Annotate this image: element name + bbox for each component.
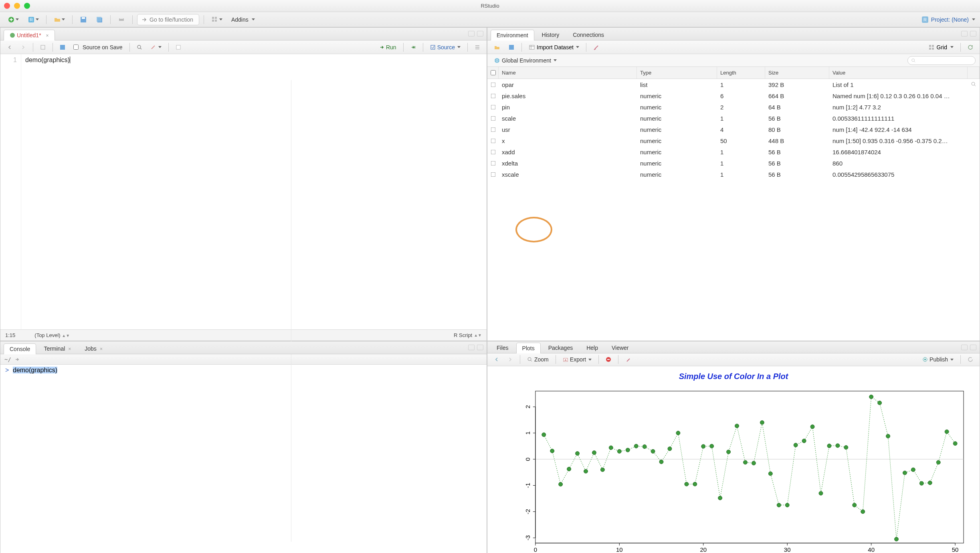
env-row-xadd[interactable]: xaddnumeric156 B16.668401874024 <box>487 146 980 157</box>
br-tab-help[interactable]: Help <box>580 342 604 353</box>
forward-button[interactable] <box>18 42 28 52</box>
inspect-icon[interactable] <box>971 81 976 87</box>
env-scope-selector[interactable]: Global Environment <box>491 55 559 66</box>
minimize-window[interactable] <box>14 3 20 9</box>
file-type-selector[interactable]: R Script <box>454 332 472 338</box>
row-checkbox[interactable] <box>491 172 495 177</box>
col-name[interactable]: Name <box>499 67 637 79</box>
env-row-xscale[interactable]: xscalenumeric156 B0.00554295865633075 <box>487 169 980 180</box>
re-run-button[interactable] <box>408 42 418 52</box>
show-in-new-window-button[interactable] <box>38 42 48 52</box>
import-dataset-button[interactable]: Import Dataset <box>526 42 582 52</box>
grid-toggle-button[interactable] <box>208 14 225 25</box>
maximize-pane-button[interactable] <box>477 345 483 350</box>
console-tab-console[interactable]: Console <box>4 343 36 354</box>
row-checkbox[interactable] <box>491 93 495 98</box>
maximize-pane-button[interactable] <box>477 31 483 36</box>
plots-next-button[interactable] <box>505 354 515 365</box>
find-button[interactable] <box>134 42 145 52</box>
addins-menu[interactable]: Addins <box>228 14 258 25</box>
go-to-file-function[interactable]: Go to file/function <box>137 14 199 25</box>
compile-notebook-button[interactable] <box>173 42 184 52</box>
console-body[interactable]: > demo(graphics) <box>0 365 487 553</box>
maximize-pane-button[interactable] <box>970 345 976 350</box>
env-row-pie.sales[interactable]: pie.salesnumeric6664 BNamed num [1:6] 0.… <box>487 90 980 101</box>
br-tab-packages[interactable]: Packages <box>542 342 579 353</box>
env-row-opar[interactable]: oparlist1392 BList of 1 <box>487 79 980 90</box>
source-editor[interactable]: 1 demo(graphics) <box>0 54 487 329</box>
env-row-x[interactable]: xnumeric50448 Bnum [1:50] 0.935 0.316 -0… <box>487 135 980 146</box>
br-tab-plots[interactable]: Plots <box>516 343 541 353</box>
env-row-xdelta[interactable]: xdeltanumeric156 B860 <box>487 157 980 169</box>
svg-point-112 <box>945 430 949 434</box>
env-tab-environment[interactable]: Environment <box>491 30 534 40</box>
env-view-mode[interactable]: Grid <box>926 42 956 52</box>
row-checkbox[interactable] <box>491 82 495 87</box>
minimize-pane-button[interactable] <box>468 345 475 350</box>
source-on-save-checkbox[interactable]: Source on Save <box>71 42 125 52</box>
env-search-input[interactable] <box>907 56 976 65</box>
save-all-button[interactable] <box>93 14 106 25</box>
zoom-window[interactable] <box>24 3 30 9</box>
env-row-scale[interactable]: scalenumeric156 B0.00533611111111111 <box>487 113 980 124</box>
env-row-usr[interactable]: usrnumeric480 Bnum [1:4] -42.4 922.4 -14… <box>487 124 980 135</box>
cell-name: xscale <box>499 171 637 178</box>
editor-code[interactable]: demo(graphics) <box>21 54 487 329</box>
row-checkbox[interactable] <box>491 116 495 121</box>
col-size[interactable]: Size <box>765 67 829 79</box>
scope-selector[interactable]: (Top Level) <box>34 332 60 338</box>
env-tab-history[interactable]: History <box>536 29 566 40</box>
project-menu[interactable]: R Project: (None) <box>921 16 975 23</box>
run-button[interactable]: Run <box>377 42 399 52</box>
remove-plot-button[interactable] <box>603 354 614 365</box>
env-row-pin[interactable]: pinnumeric264 Bnum [1:2] 4.77 3.2 <box>487 101 980 113</box>
save-workspace-button[interactable] <box>506 42 517 52</box>
outline-button[interactable] <box>472 42 483 52</box>
plots-tabbar: FilesPlotsPackagesHelpViewer <box>487 341 980 353</box>
row-checkbox[interactable] <box>491 161 495 165</box>
col-type[interactable]: Type <box>637 67 717 79</box>
console-tab-terminal[interactable]: Terminal× <box>38 343 77 354</box>
close-window[interactable] <box>4 3 10 9</box>
br-tab-viewer[interactable]: Viewer <box>606 342 635 353</box>
back-button[interactable] <box>4 42 15 52</box>
magic-wand-button[interactable] <box>148 42 164 52</box>
source-tab-untitled[interactable]: Untitled1* × <box>4 30 55 40</box>
svg-point-83 <box>701 444 705 448</box>
new-file-button[interactable] <box>5 14 22 25</box>
close-tab-icon[interactable]: × <box>100 346 103 352</box>
console-cwd-arrow-icon[interactable] <box>14 357 20 362</box>
save-button[interactable] <box>77 14 90 25</box>
export-plot-button[interactable]: Export <box>560 354 594 365</box>
clear-plots-button[interactable] <box>623 354 633 365</box>
source-button[interactable]: Source <box>428 42 463 52</box>
new-project-button[interactable]: R <box>25 14 42 25</box>
close-tab-icon[interactable]: × <box>46 33 48 38</box>
print-button[interactable] <box>115 14 128 25</box>
minimize-pane-button[interactable] <box>961 31 968 36</box>
minimize-pane-button[interactable] <box>961 345 968 350</box>
save-source-button[interactable] <box>57 42 68 52</box>
clear-workspace-button[interactable] <box>591 42 602 52</box>
row-checkbox[interactable] <box>491 127 495 132</box>
load-workspace-button[interactable] <box>491 42 503 52</box>
refresh-plot-button[interactable] <box>965 354 976 365</box>
row-checkbox[interactable] <box>491 138 495 143</box>
col-value[interactable]: Value <box>829 67 968 79</box>
select-all-checkbox[interactable] <box>491 70 496 75</box>
maximize-pane-button[interactable] <box>970 31 976 36</box>
col-length[interactable]: Length <box>717 67 765 79</box>
zoom-plot-button[interactable]: Zoom <box>525 354 551 365</box>
cell-size: 664 B <box>765 93 829 99</box>
close-tab-icon[interactable]: × <box>68 346 71 352</box>
open-file-button[interactable] <box>51 14 68 25</box>
row-checkbox[interactable] <box>491 105 495 109</box>
row-checkbox[interactable] <box>491 149 495 154</box>
refresh-env-button[interactable] <box>965 42 976 52</box>
br-tab-files[interactable]: Files <box>491 342 515 353</box>
env-tab-connections[interactable]: Connections <box>567 29 610 40</box>
minimize-pane-button[interactable] <box>468 31 475 36</box>
console-tab-jobs[interactable]: Jobs× <box>79 343 109 354</box>
plots-prev-button[interactable] <box>491 354 502 365</box>
publish-plot-button[interactable]: Publish <box>920 354 956 365</box>
